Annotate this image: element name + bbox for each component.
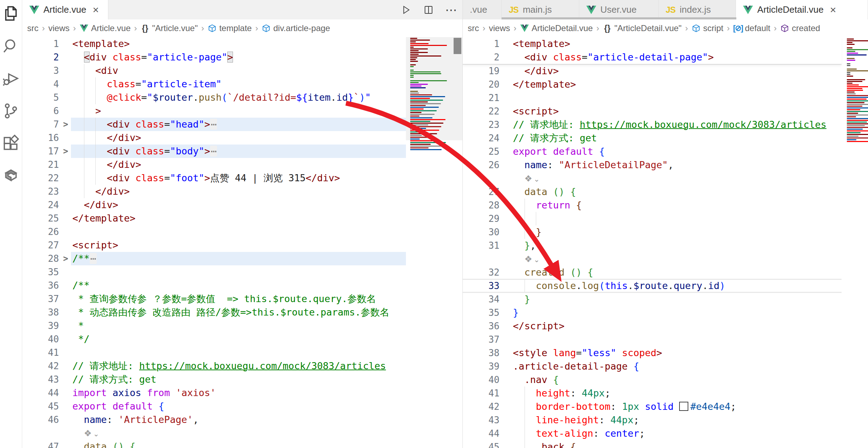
line-number[interactable]: 43	[463, 413, 513, 427]
explorer-icon[interactable]	[1, 4, 20, 23]
code-line[interactable]: 27<script>	[22, 238, 406, 252]
line-number[interactable]: 22	[463, 105, 513, 118]
line-number[interactable]: 37	[22, 292, 72, 306]
line-number[interactable]: 35	[22, 265, 72, 279]
code-line[interactable]: 44 text-align: center;	[463, 427, 842, 440]
code-line[interactable]: 41	[22, 346, 406, 359]
tab--vue[interactable]: .vue	[463, 0, 502, 19]
code-line[interactable]: 21	[463, 91, 842, 105]
line-number[interactable]: 27	[22, 238, 72, 252]
tab-article-vue[interactable]: Article.vue ×	[22, 0, 108, 19]
line-number[interactable]: 40	[22, 332, 72, 346]
code-line[interactable]: 26 name: "ArticleDetailPage",	[463, 158, 842, 172]
code-line[interactable]: 44import axios from 'axios'	[22, 386, 406, 400]
search-icon[interactable]	[1, 36, 20, 56]
line-number[interactable]: 40	[463, 373, 513, 387]
line-number[interactable]: 41	[463, 387, 513, 400]
fold-chevron-icon[interactable]: >	[60, 145, 71, 158]
fold-chevron-icon[interactable]: >	[60, 118, 71, 131]
code-line[interactable]: 5 @click="$router.push(`/detail?id=${ite…	[22, 91, 406, 104]
breadcrumb-item[interactable]: views	[48, 23, 70, 33]
line-number[interactable]: 2	[22, 51, 72, 64]
line-number[interactable]: 23	[463, 118, 513, 131]
line-number[interactable]: 34	[463, 293, 513, 306]
code-line[interactable]: 24 </div>	[22, 198, 406, 212]
line-number[interactable]: 47	[22, 440, 72, 448]
code-line[interactable]: 42// 请求地址: https://mock.boxuegu.com/mock…	[22, 359, 406, 373]
code-line[interactable]: 31 },	[463, 239, 842, 252]
line-number[interactable]: 25	[463, 145, 513, 158]
code-line[interactable]: 3 <div	[22, 64, 406, 77]
code-line[interactable]: 42 border-bottom: 1px solid #e4e4e4;	[463, 400, 842, 413]
split-editor-icon[interactable]	[422, 4, 435, 16]
vue-inline-hint-icon[interactable]: ❖⌄	[525, 172, 540, 186]
run-icon[interactable]	[400, 4, 412, 16]
code-line[interactable]: 38 * 动态路由传参 改造路由 路径/参数=>this.$route.para…	[22, 306, 406, 319]
line-number[interactable]: 44	[463, 427, 513, 440]
code-line[interactable]: 35}	[463, 306, 842, 319]
line-number[interactable]: 43	[22, 373, 72, 386]
tab-user-vue[interactable]: User.vue	[579, 0, 659, 19]
code-line[interactable]: 40 .nav {	[463, 373, 842, 387]
line-number[interactable]: 37	[463, 333, 513, 346]
line-number[interactable]	[463, 172, 513, 185]
code-line[interactable]: 26	[22, 225, 406, 238]
line-number[interactable]	[463, 252, 513, 266]
line-number[interactable]: 36	[463, 319, 513, 333]
line-number[interactable]: 41	[22, 346, 72, 359]
code-line[interactable]: 45 .back {	[463, 440, 842, 448]
code-line[interactable]: 46 name: 'ArticlePage',	[22, 413, 406, 426]
code-line[interactable]: 45export default {	[22, 400, 406, 413]
code-line[interactable]: 25</template>	[22, 212, 406, 225]
breadcrumb-item[interactable]: {}"Article.vue"	[140, 23, 198, 33]
scrollbar[interactable]	[453, 37, 462, 448]
line-number[interactable]: 28	[463, 199, 513, 212]
line-number[interactable]: 27	[463, 185, 513, 199]
breadcrumb-item[interactable]: script	[692, 23, 723, 33]
code-line[interactable]: 25export default {	[463, 145, 842, 158]
line-number[interactable]: 31	[463, 239, 513, 252]
line-number[interactable]: 1	[22, 37, 72, 51]
code-line[interactable]: 43// 请求方式: get	[22, 373, 406, 386]
breadcrumb-item[interactable]: {}"ArticleDetail.vue"	[603, 23, 681, 33]
line-number[interactable]: 45	[22, 400, 72, 413]
tab-articledetail-vue[interactable]: ArticleDetail.vue×	[736, 0, 868, 19]
vue-devtools-icon[interactable]	[1, 166, 20, 186]
code-line[interactable]: 29	[463, 212, 842, 225]
code-line[interactable]: 37	[463, 333, 842, 346]
line-number[interactable]: 21	[22, 158, 72, 171]
line-number[interactable]: 16	[22, 131, 72, 145]
line-number[interactable]: 5	[22, 91, 72, 104]
code-line[interactable]: 1<template>	[22, 37, 406, 51]
line-number[interactable]: 17>	[22, 145, 72, 158]
run-debug-icon[interactable]	[1, 69, 20, 88]
code-line[interactable]: 6 >	[22, 104, 406, 118]
line-number[interactable]: 3	[22, 64, 72, 77]
code-line[interactable]: 40 */	[22, 332, 406, 346]
line-number[interactable]: 7>	[22, 118, 72, 131]
breadcrumb-item[interactable]: src	[468, 23, 479, 33]
line-number[interactable]: 20	[463, 78, 513, 91]
tab-index-js[interactable]: JSindex.js	[659, 0, 736, 19]
line-number[interactable]: 28>	[22, 252, 72, 265]
line-number[interactable]: 33	[463, 279, 513, 293]
vue-inline-hint-icon[interactable]: ❖⌄	[525, 252, 540, 266]
breadcrumb-item[interactable]: created	[780, 23, 820, 33]
line-number[interactable]: 6	[22, 104, 72, 118]
line-number[interactable]: 26	[22, 225, 72, 238]
line-number[interactable]: 38	[22, 306, 72, 319]
line-number[interactable]	[22, 426, 72, 440]
more-actions-icon[interactable]: ⋯	[445, 4, 457, 16]
code-line[interactable]: 36/**	[22, 279, 406, 292]
inline-hint-row[interactable]: ❖⌄	[463, 252, 842, 266]
code-line[interactable]: 34 }	[463, 293, 842, 306]
left-editor[interactable]: 1<template>2 <div class="article-page">3…	[22, 37, 462, 448]
fold-chevron-icon[interactable]: >	[60, 252, 71, 265]
line-number[interactable]: 38	[463, 346, 513, 360]
line-number[interactable]: 1	[463, 37, 513, 51]
line-number[interactable]: 45	[463, 440, 513, 448]
tab-main-js[interactable]: JSmain.js	[502, 0, 579, 19]
tabbar-scrollbar[interactable]	[502, 17, 736, 19]
code-line[interactable]: 39 *	[22, 319, 406, 332]
line-number[interactable]: 39	[463, 360, 513, 373]
